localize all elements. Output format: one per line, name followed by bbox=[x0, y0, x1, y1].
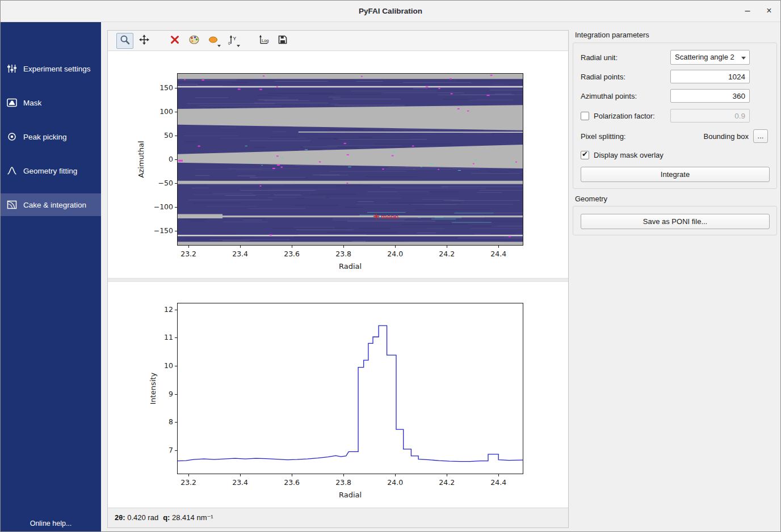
radial-unit-combobox[interactable]: Scattering angle 2 bbox=[670, 50, 750, 65]
intensity-curve[interactable] bbox=[178, 303, 523, 474]
pixel-splitting-label: Pixel splitting: bbox=[581, 132, 625, 141]
azimuthal-points-input[interactable] bbox=[670, 89, 750, 103]
sidebar-item-cake-integration[interactable]: Cake & integration bbox=[1, 193, 101, 216]
integration-panel: Integration parameters Radial unit: Scat… bbox=[569, 22, 780, 531]
y-tick-label: 150 bbox=[146, 83, 173, 92]
y-tick-label: 12 bbox=[146, 305, 173, 314]
title-bar: PyFAI Calibration – × bbox=[1, 1, 780, 22]
polarization-checkbox[interactable] bbox=[581, 112, 589, 120]
x-tick-label: 23.6 bbox=[284, 478, 300, 487]
azimuthal-points-label: Azimuthal points: bbox=[581, 92, 637, 100]
x-tick-label: 23.6 bbox=[284, 250, 300, 258]
svg-text:Log: Log bbox=[262, 37, 269, 43]
tth-label: 2θ: bbox=[115, 513, 125, 522]
y-tick-mark bbox=[175, 88, 177, 88]
peak-curve-icon bbox=[6, 166, 18, 175]
pixel-splitting-value: Bounding box bbox=[703, 132, 749, 141]
x-tick-mark bbox=[395, 474, 396, 476]
y-axis-orientation-button[interactable]: Y0 bbox=[224, 33, 241, 49]
svg-text:Y: Y bbox=[233, 36, 237, 41]
x-tick-label: 23.4 bbox=[232, 250, 248, 258]
save-button[interactable] bbox=[274, 33, 291, 49]
x-tick-label: 23.8 bbox=[335, 478, 351, 487]
y-tick-mark bbox=[175, 422, 177, 423]
x-tick-mark bbox=[498, 246, 499, 248]
q-value: 28.414 nm⁻¹ bbox=[170, 513, 213, 522]
x-tick-mark bbox=[292, 246, 292, 248]
polarization-input[interactable] bbox=[670, 109, 750, 123]
cake-plot-area[interactable]: 23.223.423.623.824.024.224.4−150−100−500… bbox=[108, 51, 568, 278]
x-tick-label: 24.4 bbox=[490, 478, 506, 487]
cake-integration-icon bbox=[6, 200, 18, 209]
red-x-icon bbox=[170, 35, 179, 47]
y-tick-mark bbox=[175, 450, 177, 451]
sidebar-item-label: Geometry fitting bbox=[23, 167, 77, 175]
radial-points-input[interactable] bbox=[670, 70, 750, 83]
target-icon bbox=[6, 132, 18, 141]
clear-tool-button[interactable] bbox=[166, 33, 183, 49]
y-tick-label: 50 bbox=[146, 131, 173, 140]
close-button[interactable]: × bbox=[761, 1, 778, 22]
sidebar-item-label: Peak picking bbox=[23, 133, 67, 141]
zoom-tool-button[interactable] bbox=[116, 33, 133, 49]
y-tick-mark bbox=[175, 231, 177, 231]
pixel-splitting-more-button[interactable]: ... bbox=[753, 129, 768, 143]
x-tick-mark bbox=[343, 246, 344, 248]
x-tick-label: 23.8 bbox=[335, 250, 351, 258]
y-tick-mark bbox=[175, 394, 177, 395]
sidebar: Experiment settings Mask Peak picking Ge… bbox=[1, 22, 101, 531]
dropdown-arrow-icon bbox=[217, 45, 221, 47]
y-tick-label: −100 bbox=[146, 202, 173, 211]
radial-unit-value: Scattering angle 2 bbox=[675, 53, 734, 61]
geometry-title: Geometry bbox=[575, 195, 607, 203]
x-tick-label: 23.2 bbox=[180, 250, 196, 258]
plot-splitter[interactable] bbox=[108, 278, 568, 282]
svg-text:0: 0 bbox=[228, 41, 230, 45]
radial-unit-label: Radial unit: bbox=[581, 53, 618, 62]
floppy-save-icon bbox=[278, 35, 287, 47]
y-tick-mark bbox=[175, 337, 177, 338]
x-tick-label: 24.2 bbox=[439, 250, 455, 258]
profile-plot-area[interactable]: 23.223.423.623.824.024.224.4789101112Rad… bbox=[108, 282, 568, 509]
y-axis-label: Intensity bbox=[149, 373, 157, 405]
log-axis-icon: Log bbox=[258, 35, 269, 47]
radial-points-label: Radial points: bbox=[581, 73, 625, 81]
x-tick-mark bbox=[188, 246, 189, 248]
y-tick-label: 0 bbox=[146, 155, 173, 163]
chevron-down-icon bbox=[741, 57, 746, 60]
x-tick-mark bbox=[498, 474, 499, 476]
sidebar-item-experiment-settings[interactable]: Experiment settings bbox=[1, 57, 101, 80]
integrate-button[interactable]: Integrate bbox=[581, 167, 770, 182]
mask-icon bbox=[6, 98, 18, 107]
x-axis-label: Radial bbox=[339, 262, 362, 271]
pan-tool-button[interactable] bbox=[136, 33, 153, 49]
y-tick-mark bbox=[175, 310, 177, 310]
log-scale-button[interactable]: Log bbox=[255, 33, 272, 49]
minimize-button[interactable]: – bbox=[739, 1, 756, 22]
y-tick-mark bbox=[175, 183, 177, 184]
mask-shape-tool-button[interactable] bbox=[205, 33, 222, 49]
sidebar-item-label: Mask bbox=[23, 99, 41, 107]
plot-widget: Y0 Log 23.223.423.623.824.024.224.4−150−… bbox=[107, 30, 569, 528]
sidebar-item-geometry-fitting[interactable]: Geometry fitting bbox=[1, 159, 101, 182]
mask-overlay-checkbox[interactable] bbox=[581, 151, 589, 159]
sidebar-item-mask[interactable]: Mask bbox=[1, 91, 101, 114]
sidebar-item-peak-picking[interactable]: Peak picking bbox=[1, 125, 101, 148]
sliders-icon bbox=[6, 64, 18, 73]
x-tick-mark bbox=[343, 474, 344, 476]
plot-region: 23.223.423.623.824.024.224.4−150−100−500… bbox=[108, 51, 568, 508]
x-tick-label: 23.4 bbox=[232, 478, 248, 487]
colormap-button[interactable] bbox=[186, 33, 203, 49]
window-title: PyFAI Calibration bbox=[1, 1, 780, 22]
save-poni-button[interactable]: Save as PONI file... bbox=[581, 214, 770, 229]
online-help-link[interactable]: Online help... bbox=[1, 520, 101, 527]
cake-image[interactable] bbox=[178, 74, 523, 245]
magnifier-icon bbox=[120, 35, 130, 47]
y-tick-mark bbox=[175, 207, 177, 208]
x-axis-label: Radial bbox=[339, 491, 362, 499]
y-tick-label: 7 bbox=[146, 446, 173, 454]
sidebar-item-label: Cake & integration bbox=[23, 201, 86, 209]
x-tick-label: 24.0 bbox=[387, 250, 403, 258]
x-tick-mark bbox=[447, 474, 447, 476]
y-tick-mark bbox=[175, 159, 177, 160]
